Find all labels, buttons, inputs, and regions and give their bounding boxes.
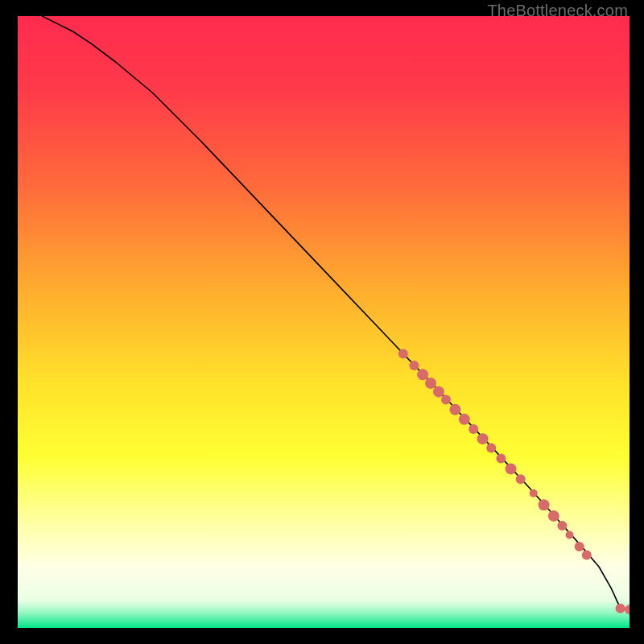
chart-background <box>18 16 630 628</box>
scatter-point <box>425 378 436 389</box>
scatter-point <box>417 369 428 380</box>
scatter-point <box>530 489 538 497</box>
scatter-point <box>548 510 559 522</box>
scatter-point <box>539 499 550 510</box>
scatter-point <box>506 463 517 474</box>
chart-svg <box>18 16 630 628</box>
chart-plot-area <box>18 16 630 628</box>
scatter-point <box>486 444 496 453</box>
scatter-point <box>557 521 567 530</box>
scatter-point <box>441 395 451 405</box>
scatter-point <box>433 386 444 398</box>
scatter-point <box>449 404 460 415</box>
chart-stage: TheBottleneck.com <box>0 0 644 644</box>
scatter-point <box>469 424 478 434</box>
scatter-point <box>582 551 592 560</box>
scatter-point <box>516 474 526 484</box>
scatter-point <box>477 433 489 444</box>
scatter-point <box>575 542 584 551</box>
scatter-point <box>398 349 408 359</box>
scatter-point <box>459 414 470 425</box>
scatter-point <box>496 453 506 463</box>
scatter-point <box>616 604 625 613</box>
scatter-point <box>566 530 574 539</box>
scatter-point <box>409 361 419 370</box>
